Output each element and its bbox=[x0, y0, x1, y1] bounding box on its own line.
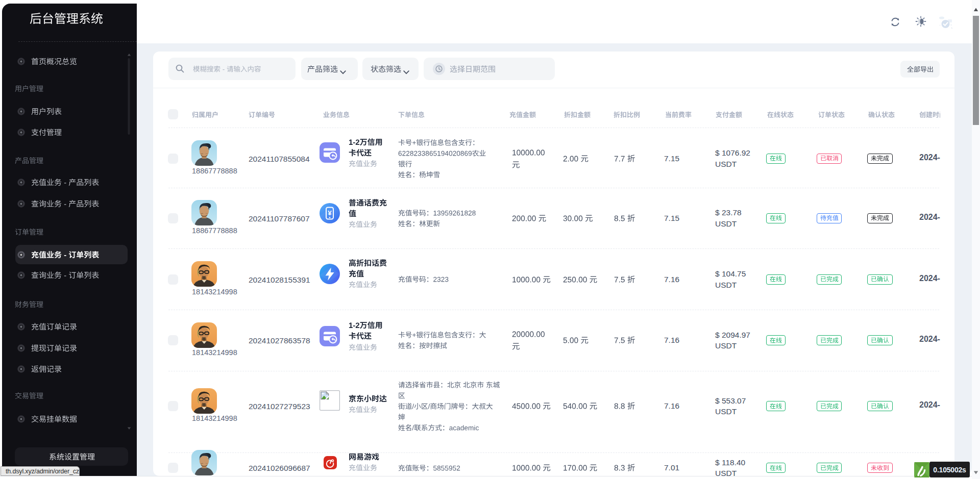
svg-text:¥: ¥ bbox=[328, 209, 332, 217]
